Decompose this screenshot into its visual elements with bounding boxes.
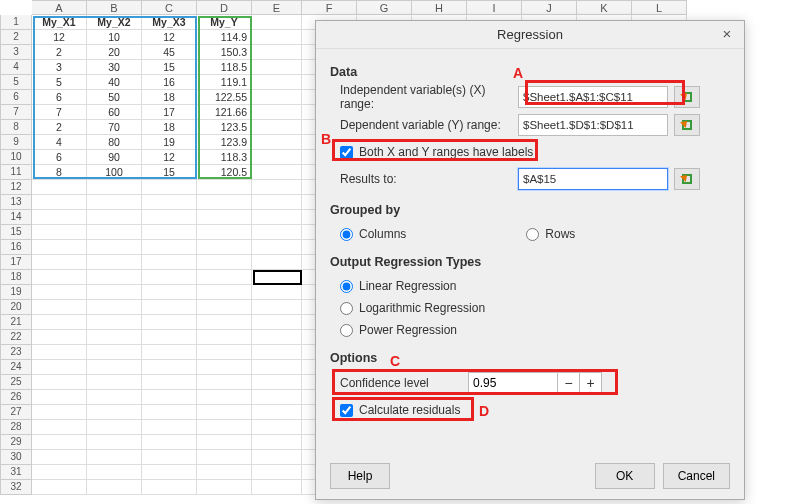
cell[interactable]: [32, 480, 87, 495]
cell[interactable]: 100: [87, 165, 142, 180]
cell[interactable]: [32, 210, 87, 225]
row-header[interactable]: 4: [0, 60, 32, 75]
cell[interactable]: [197, 210, 252, 225]
cell[interactable]: [252, 300, 302, 315]
cell[interactable]: [142, 240, 197, 255]
cell[interactable]: [87, 450, 142, 465]
row-header[interactable]: 9: [0, 135, 32, 150]
cell[interactable]: [197, 330, 252, 345]
row-header[interactable]: 16: [0, 240, 32, 255]
cell[interactable]: [252, 420, 302, 435]
cell[interactable]: 7: [32, 105, 87, 120]
row-header[interactable]: 30: [0, 450, 32, 465]
cell[interactable]: 2: [32, 120, 87, 135]
cell[interactable]: [142, 390, 197, 405]
cell[interactable]: [32, 360, 87, 375]
cell[interactable]: [252, 165, 302, 180]
cell[interactable]: [252, 240, 302, 255]
cell[interactable]: [142, 345, 197, 360]
cell[interactable]: [197, 300, 252, 315]
range-picker-x[interactable]: [674, 86, 700, 108]
cell[interactable]: [252, 315, 302, 330]
cell[interactable]: 123.9: [197, 135, 252, 150]
row-header[interactable]: 20: [0, 300, 32, 315]
row-header[interactable]: 13: [0, 195, 32, 210]
cell[interactable]: 12: [32, 30, 87, 45]
cell[interactable]: [197, 240, 252, 255]
cell[interactable]: My_X1: [32, 15, 87, 30]
cell[interactable]: [142, 360, 197, 375]
cell[interactable]: 17: [142, 105, 197, 120]
radio-columns[interactable]: Columns: [330, 223, 406, 245]
column-header[interactable]: F: [302, 0, 357, 15]
cell[interactable]: My_X3: [142, 15, 197, 30]
row-header[interactable]: 17: [0, 255, 32, 270]
cell[interactable]: [87, 330, 142, 345]
cell[interactable]: [197, 195, 252, 210]
column-header[interactable]: G: [357, 0, 412, 15]
cell[interactable]: [197, 315, 252, 330]
cell[interactable]: [252, 345, 302, 360]
cell[interactable]: 150.3: [197, 45, 252, 60]
confidence-minus[interactable]: −: [558, 372, 580, 394]
cell[interactable]: 3: [32, 60, 87, 75]
cell[interactable]: [252, 90, 302, 105]
cell[interactable]: [252, 465, 302, 480]
cell[interactable]: [32, 270, 87, 285]
row-header[interactable]: 8: [0, 120, 32, 135]
cell[interactable]: 114.9: [197, 30, 252, 45]
row-header[interactable]: 23: [0, 345, 32, 360]
row-header[interactable]: 24: [0, 360, 32, 375]
row-header[interactable]: 10: [0, 150, 32, 165]
cell[interactable]: 18: [142, 120, 197, 135]
cell[interactable]: [32, 405, 87, 420]
cell[interactable]: 15: [142, 165, 197, 180]
cell[interactable]: 5: [32, 75, 87, 90]
cell[interactable]: 50: [87, 90, 142, 105]
cell[interactable]: [142, 480, 197, 495]
cell[interactable]: [197, 225, 252, 240]
cell[interactable]: [142, 405, 197, 420]
cell[interactable]: 6: [32, 150, 87, 165]
column-header[interactable]: B: [87, 0, 142, 15]
cell[interactable]: [32, 195, 87, 210]
cell[interactable]: [87, 465, 142, 480]
cell[interactable]: [252, 285, 302, 300]
cell[interactable]: [87, 420, 142, 435]
cell[interactable]: [252, 270, 302, 285]
row-header[interactable]: 19: [0, 285, 32, 300]
cell[interactable]: 122.55: [197, 90, 252, 105]
cell[interactable]: 90: [87, 150, 142, 165]
help-button[interactable]: Help: [330, 463, 390, 489]
row-header[interactable]: 21: [0, 315, 32, 330]
radio-log[interactable]: Logarithmic Regression: [330, 297, 730, 319]
radio-log-input[interactable]: [340, 302, 353, 315]
input-yrange[interactable]: [518, 114, 668, 136]
row-header[interactable]: 29: [0, 435, 32, 450]
cell[interactable]: [142, 180, 197, 195]
cell[interactable]: [32, 345, 87, 360]
cell[interactable]: 2: [32, 45, 87, 60]
cell[interactable]: [32, 255, 87, 270]
cell[interactable]: [32, 465, 87, 480]
cell[interactable]: [32, 420, 87, 435]
cell[interactable]: [87, 405, 142, 420]
radio-columns-input[interactable]: [340, 228, 353, 241]
cell[interactable]: [32, 180, 87, 195]
cell[interactable]: 15: [142, 60, 197, 75]
close-icon[interactable]: ×: [718, 25, 736, 43]
cell[interactable]: [32, 390, 87, 405]
cell[interactable]: [252, 45, 302, 60]
cell[interactable]: [87, 210, 142, 225]
cell[interactable]: 30: [87, 60, 142, 75]
cell[interactable]: 6: [32, 90, 87, 105]
cell[interactable]: [197, 435, 252, 450]
cell[interactable]: [142, 420, 197, 435]
row-header[interactable]: 12: [0, 180, 32, 195]
cell[interactable]: [87, 195, 142, 210]
cell[interactable]: [87, 180, 142, 195]
cell[interactable]: [142, 465, 197, 480]
cell[interactable]: [252, 450, 302, 465]
column-header[interactable]: J: [522, 0, 577, 15]
cell[interactable]: [142, 435, 197, 450]
